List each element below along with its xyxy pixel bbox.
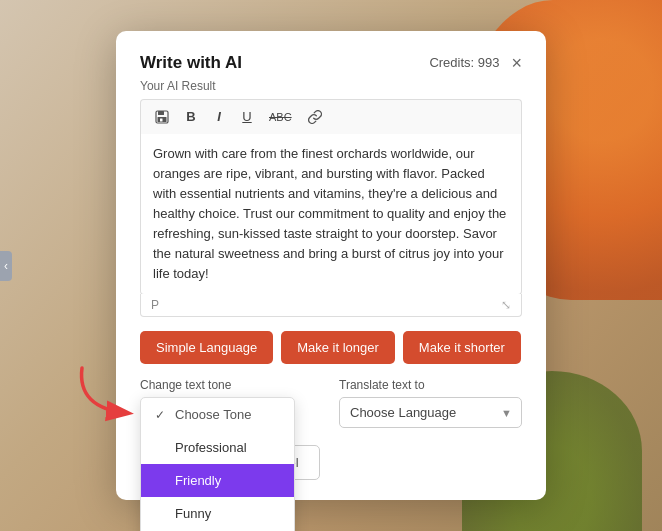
- make-longer-button[interactable]: Make it longer: [281, 331, 395, 364]
- tone-option-professional-label: Professional: [175, 440, 247, 455]
- tone-option-choose[interactable]: ✓ Choose Tone: [141, 398, 294, 431]
- modal-credits-area: Credits: 993 ×: [429, 54, 522, 72]
- arrow-container: [72, 358, 152, 432]
- svg-rect-2: [158, 111, 164, 115]
- make-shorter-button[interactable]: Make it shorter: [403, 331, 521, 364]
- tone-option-professional[interactable]: Professional: [141, 431, 294, 464]
- tone-option-friendly[interactable]: Friendly: [141, 464, 294, 497]
- sidebar-toggle-container: ‹: [0, 251, 12, 281]
- tone-option-funny[interactable]: Funny: [141, 497, 294, 530]
- action-buttons-row: Simple Language Make it longer Make it s…: [140, 331, 522, 364]
- tone-dropdown-list: ✓ Choose Tone Professional Friendly: [140, 397, 295, 531]
- tone-option-friendly-label: Friendly: [175, 473, 221, 488]
- toolbar-italic-button[interactable]: I: [207, 105, 231, 129]
- save-icon: [155, 110, 169, 124]
- toolbar-link-button[interactable]: [302, 105, 328, 129]
- simple-language-button[interactable]: Simple Language: [140, 331, 273, 364]
- credits-text: Credits: 993: [429, 55, 499, 70]
- modal-header: Write with AI Credits: 993 ×: [140, 53, 522, 73]
- editor-toolbar: B I U ABC: [140, 99, 522, 134]
- modal-title: Write with AI: [140, 53, 242, 73]
- translate-text-label: Translate text to: [339, 378, 522, 392]
- editor-content-area[interactable]: Grown with care from the finest orchards…: [140, 134, 522, 296]
- modal-overlay: Write with AI Credits: 993 × Your AI Res…: [0, 0, 662, 531]
- close-button[interactable]: ×: [511, 54, 522, 72]
- tone-translate-row: Change text tone ✓ Choose Tone: [140, 378, 522, 431]
- tone-section: Change text tone ✓ Choose Tone: [140, 378, 323, 431]
- toolbar-save-button[interactable]: [149, 105, 175, 129]
- write-with-ai-modal: Write with AI Credits: 993 × Your AI Res…: [116, 31, 546, 501]
- change-text-tone-label: Change text tone: [140, 378, 323, 392]
- language-select[interactable]: Choose Language: [339, 397, 522, 428]
- pointing-arrow: [72, 358, 152, 428]
- tone-option-choose-label: Choose Tone: [175, 407, 251, 422]
- svg-rect-4: [160, 118, 163, 121]
- ai-result-label: Your AI Result: [140, 79, 522, 93]
- link-icon: [308, 110, 322, 124]
- language-dropdown: Choose Language ▼: [339, 397, 522, 428]
- checkmark-icon: ✓: [155, 408, 169, 422]
- toolbar-bold-button[interactable]: B: [179, 105, 203, 129]
- editor-footer: P ⤡: [140, 294, 522, 317]
- tone-dropdown-container: ✓ Choose Tone Professional Friendly: [140, 397, 323, 431]
- sidebar-toggle-button[interactable]: ‹: [0, 251, 12, 281]
- toolbar-underline-button[interactable]: U: [235, 105, 259, 129]
- tone-option-funny-label: Funny: [175, 506, 211, 521]
- toolbar-strikethrough-button[interactable]: ABC: [263, 105, 298, 129]
- editor-paragraph-label: P: [151, 298, 159, 312]
- editor-expand-icon: ⤡: [501, 298, 511, 312]
- translate-section: Translate text to Choose Language ▼: [339, 378, 522, 428]
